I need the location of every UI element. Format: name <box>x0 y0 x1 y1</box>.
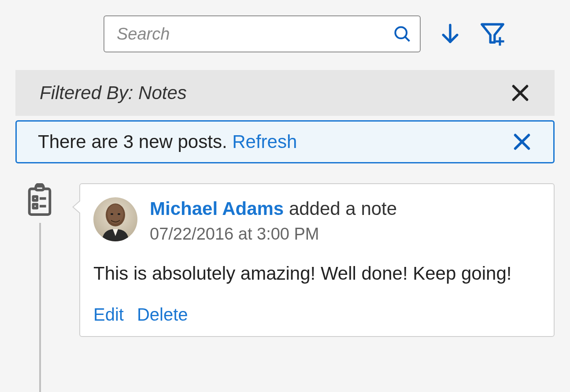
edit-link[interactable]: Edit <box>93 305 124 325</box>
svg-rect-11 <box>36 186 44 190</box>
timestamp: 07/22/2016 at 3:00 PM <box>150 225 397 244</box>
timeline-line <box>39 218 41 392</box>
svg-point-18 <box>107 204 123 224</box>
toolbar <box>15 15 555 52</box>
card-header: Michael Adams added a note 07/22/2016 at… <box>93 197 540 244</box>
action-text: added a note <box>284 198 397 219</box>
search-field-wrap <box>104 15 421 52</box>
note-card: Michael Adams added a note 07/22/2016 at… <box>79 183 555 337</box>
author-link[interactable]: Michael Adams <box>150 198 284 219</box>
svg-point-20 <box>118 213 120 215</box>
search-icon[interactable] <box>392 24 412 44</box>
avatar <box>93 197 137 241</box>
svg-point-0 <box>395 27 407 38</box>
note-body: This is absolutely amazing! Well done! K… <box>93 261 540 286</box>
close-icon[interactable] <box>512 132 532 152</box>
svg-point-19 <box>111 213 113 215</box>
card-actions: Edit Delete <box>93 305 540 325</box>
refresh-link[interactable]: Refresh <box>232 131 297 152</box>
filter-add-icon[interactable] <box>480 21 505 47</box>
card-title-block: Michael Adams added a note 07/22/2016 at… <box>150 197 397 244</box>
close-icon[interactable] <box>510 83 530 103</box>
clipboard-note-icon <box>24 183 55 223</box>
new-posts-notice: There are 3 new posts. Refresh <box>15 120 555 163</box>
svg-rect-10 <box>30 189 50 214</box>
sort-down-icon[interactable] <box>438 22 462 46</box>
delete-link[interactable]: Delete <box>137 305 188 325</box>
svg-line-1 <box>405 37 410 41</box>
notice-text: There are 3 new posts. Refresh <box>38 131 297 152</box>
timeline: Michael Adams added a note 07/22/2016 at… <box>15 183 555 337</box>
filter-label: Filtered By: Notes <box>40 82 187 104</box>
svg-rect-12 <box>33 196 37 200</box>
filter-bar: Filtered By: Notes <box>15 70 555 116</box>
card-title: Michael Adams added a note <box>150 198 397 219</box>
search-input[interactable] <box>104 15 421 52</box>
svg-rect-14 <box>33 204 37 208</box>
notice-message: There are 3 new posts. <box>38 131 232 152</box>
